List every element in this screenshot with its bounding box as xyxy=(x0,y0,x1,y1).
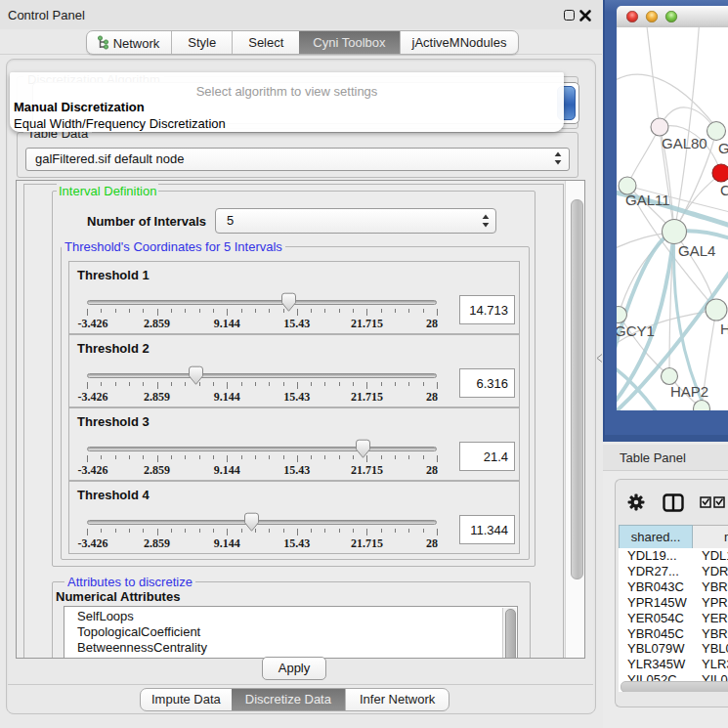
svg-text:GCY1: GCY1 xyxy=(617,322,655,339)
svg-text:H: H xyxy=(720,321,728,337)
svg-text:HAP2: HAP2 xyxy=(670,383,708,400)
svg-text:GAL11: GAL11 xyxy=(625,192,670,208)
svg-text:GA: GA xyxy=(718,140,728,156)
svg-text:C: C xyxy=(720,182,728,198)
svg-text:GAL4: GAL4 xyxy=(678,242,715,259)
svg-text:GAL80: GAL80 xyxy=(662,135,707,151)
